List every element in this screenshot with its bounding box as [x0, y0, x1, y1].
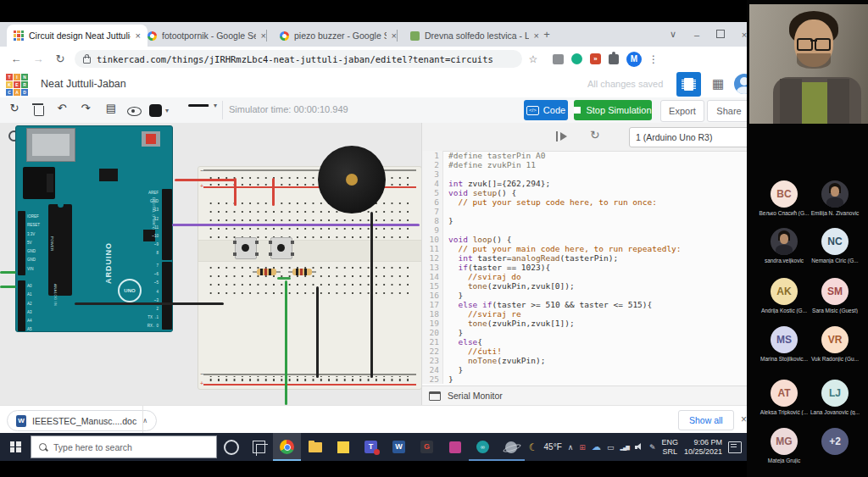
- download-bar-close-icon[interactable]: ×: [741, 413, 747, 425]
- tab-piezo-buzzer[interactable]: piezo buzzer - Google Search ×: [273, 25, 403, 47]
- taskbar-teams[interactable]: T: [357, 433, 385, 461]
- action-center-icon[interactable]: [728, 441, 742, 453]
- stop-simulation-button[interactable]: Stop Simulation: [574, 100, 652, 120]
- share-button[interactable]: Share: [707, 100, 751, 122]
- browser-menu-icon[interactable]: ⋮: [648, 53, 659, 65]
- circuits-view-button[interactable]: [676, 72, 701, 97]
- temperature[interactable]: 45°F: [544, 442, 562, 452]
- url-text[interactable]: tinkercad.com/things/jIRHRmzLbc4-neat-ju…: [97, 54, 493, 64]
- tab-close-icon[interactable]: ×: [534, 31, 539, 41]
- wire-red-jumper-1[interactable]: [234, 178, 236, 206]
- code-button[interactable]: </> Code: [524, 100, 568, 120]
- breadboard[interactable]: − + − +: [198, 166, 422, 390]
- arduino-uno-board[interactable]: AREFGND1312~11~10~98 7~6~54~32TX→1RX←0 I…: [15, 125, 173, 332]
- wire-green-jumper[interactable]: [277, 277, 291, 280]
- taskbar-gom[interactable]: G: [413, 433, 441, 461]
- taskbar-file-explorer[interactable]: [301, 433, 329, 461]
- minimize-button[interactable]: –: [685, 30, 709, 40]
- participant-tile[interactable]: MGMateja Grujic: [758, 428, 810, 463]
- taskbar-pink-app[interactable]: [441, 433, 469, 461]
- pushbutton-1[interactable]: [235, 237, 257, 259]
- extension-icon-green[interactable]: [571, 53, 582, 64]
- address-bar[interactable]: tinkercad.com/things/jIRHRmzLbc4-neat-ju…: [75, 50, 522, 68]
- maximize-button[interactable]: [709, 30, 732, 40]
- wire-black-ground[interactable]: [75, 302, 224, 305]
- taskbar-clock[interactable]: 9:06 PM 10/25/2021: [684, 438, 722, 457]
- tab-fotootpornik[interactable]: fotootpornik - Google Search ×: [141, 25, 273, 47]
- loop-icon[interactable]: ↻: [590, 128, 600, 141]
- participant-tile[interactable]: BCВељко Спасић (G...: [758, 180, 810, 216]
- digital-header-bottom[interactable]: [162, 262, 172, 330]
- downloaded-file-chip[interactable]: W IEEESTEC_Manusc....doc ∧: [7, 410, 157, 431]
- wire-green-long[interactable]: [285, 280, 287, 405]
- component-list-icon[interactable]: ▦: [712, 76, 724, 92]
- debug-step-icon[interactable]: [556, 131, 568, 141]
- cortana-button[interactable]: [217, 433, 245, 461]
- participant-tile[interactable]: NCNemanja Ciric (G...: [809, 228, 861, 263]
- new-tab-button[interactable]: +: [540, 28, 554, 42]
- delete-icon[interactable]: [34, 106, 44, 116]
- wire-red-jumper-2[interactable]: [272, 178, 275, 206]
- tray-teams-icon[interactable]: ⊞: [579, 443, 586, 452]
- tray-caret-icon[interactable]: ∧: [568, 443, 574, 452]
- participant-tile[interactable]: +2: [809, 428, 861, 455]
- serial-monitor-bar[interactable]: Serial Monitor ▲: [422, 385, 760, 405]
- visibility-icon[interactable]: [127, 107, 142, 116]
- taskbar-sticky-notes[interactable]: [329, 433, 357, 461]
- participant-tile[interactable]: LJLana Jovanovic (g...: [809, 380, 861, 415]
- digital-header-top[interactable]: [162, 189, 172, 260]
- show-all-downloads-button[interactable]: Show all: [678, 410, 734, 430]
- wire-red-horizontal[interactable]: [175, 179, 236, 181]
- taskbar-search-input[interactable]: Type here to search: [31, 435, 217, 458]
- tinkercad-logo[interactable]: TIN KER CAD: [6, 74, 28, 96]
- language-indicator[interactable]: ENG SRL: [661, 438, 678, 457]
- onedrive-icon[interactable]: ☁: [592, 441, 601, 452]
- power-header[interactable]: [18, 211, 25, 275]
- code-editor[interactable]: 1#define tasterPin A02#define zvukPin 11…: [422, 151, 760, 386]
- network-signal-icon[interactable]: ▂▄▆: [620, 444, 628, 450]
- speaker-icon[interactable]: [635, 443, 643, 451]
- participant-tile[interactable]: VRVuk Radonjic (Gu...: [809, 326, 861, 362]
- wire-purple[interactable]: [172, 224, 420, 226]
- annotation-icon[interactable]: ▤: [102, 102, 120, 114]
- presenter-video[interactable]: [749, 4, 868, 124]
- participant-tile[interactable]: ATAleksa Tripković (...: [758, 380, 810, 415]
- analog-header[interactable]: [18, 280, 25, 331]
- extension-icon[interactable]: [553, 54, 564, 64]
- wire-green-left-1[interactable]: [0, 271, 16, 274]
- export-button[interactable]: Export: [660, 100, 704, 122]
- chevron-up-icon[interactable]: ∧: [142, 417, 147, 424]
- taskbar-chrome[interactable]: [273, 433, 301, 461]
- redo-icon[interactable]: ↷: [76, 102, 95, 114]
- piezo-buzzer[interactable]: [318, 146, 386, 214]
- resistor-2[interactable]: [292, 269, 312, 275]
- participant-tile[interactable]: MSMarina Stojilkovic...: [758, 326, 810, 362]
- wire-green-left-2[interactable]: [0, 286, 16, 288]
- taskbar-word[interactable]: W: [385, 433, 413, 461]
- tab-drevna-solfedjo[interactable]: Drevna solfeđo lestvica - Lekovit ×: [403, 25, 546, 47]
- design-title[interactable]: Neat Juttuli-Jaban: [41, 78, 126, 90]
- undo-icon[interactable]: ↶: [53, 102, 71, 114]
- secure-lock-icon[interactable]: [83, 57, 91, 64]
- extension-icon-red[interactable]: »: [590, 53, 601, 64]
- participant-tile[interactable]: sandra.veljkovic: [758, 228, 810, 263]
- bookmark-star-icon[interactable]: ☆: [522, 53, 544, 65]
- tab-circuit-design[interactable]: Circuit design Neat Juttuli-Jaban ×: [7, 25, 147, 47]
- board-selector[interactable]: 1 (Arduino Uno R3) ▾: [629, 127, 760, 147]
- resistor-1[interactable]: [257, 269, 276, 275]
- wire-black-1[interactable]: [370, 212, 373, 378]
- extensions-puzzle-icon[interactable]: [609, 54, 619, 64]
- tab-search-icon[interactable]: ∨: [661, 29, 685, 40]
- wire-style-picker[interactable]: ▾: [188, 102, 217, 109]
- night-light-icon[interactable]: ☾: [529, 441, 538, 453]
- tray-device-icon[interactable]: ▭: [607, 443, 615, 452]
- participant-tile[interactable]: AKAndrija Kostic (G...: [758, 278, 810, 313]
- rotate-icon[interactable]: ↻: [5, 102, 24, 114]
- reload-icon[interactable]: ↻: [49, 53, 71, 65]
- color-picker[interactable]: ▾: [149, 102, 181, 119]
- pushbutton-2[interactable]: [270, 237, 292, 259]
- task-view-button[interactable]: [245, 433, 273, 461]
- reset-button[interactable]: [142, 131, 160, 147]
- browser-profile-avatar[interactable]: M: [626, 52, 642, 67]
- participant-tile[interactable]: SMSara Misic (Guest): [809, 278, 861, 313]
